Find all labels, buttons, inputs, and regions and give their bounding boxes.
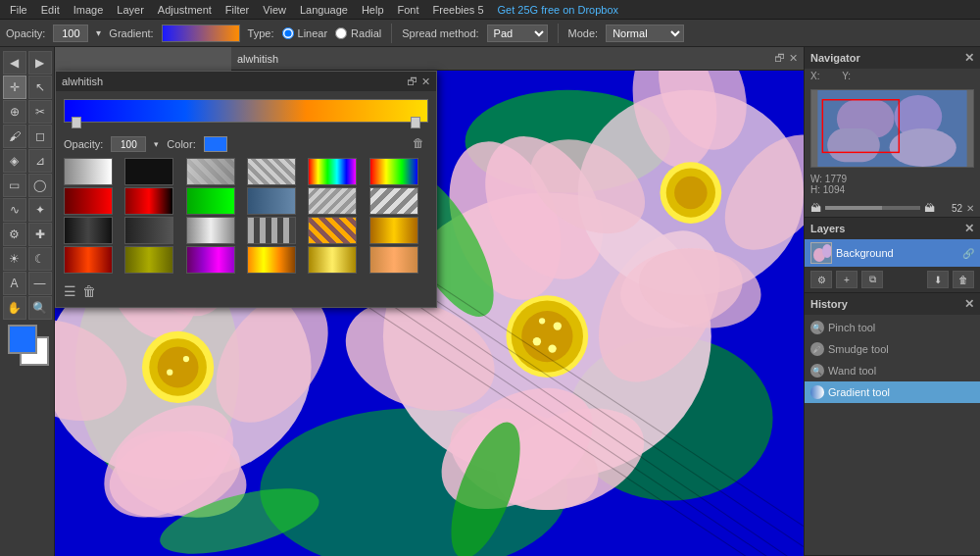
- layers-copy-btn[interactable]: ⧉: [861, 271, 883, 288]
- preset-13[interactable]: [64, 217, 113, 244]
- tool-smudge[interactable]: ✦: [28, 198, 52, 222]
- radial-radio[interactable]: [335, 27, 347, 39]
- preset-1[interactable]: [64, 158, 113, 185]
- tool-eraser[interactable]: ◻: [28, 125, 52, 148]
- preset-21[interactable]: [186, 246, 235, 274]
- zoom-minus-icon[interactable]: 🏔: [810, 202, 821, 214]
- tool-brush[interactable]: 🖌: [3, 125, 26, 148]
- dialog-menu-icon[interactable]: ☰: [64, 283, 76, 299]
- dialog-bottom-icons: ☰ 🗑: [64, 283, 96, 299]
- gradient-bar[interactable]: [64, 99, 428, 123]
- tool-zoom[interactable]: 🔍: [28, 296, 52, 320]
- zoom-plus-icon[interactable]: 🏔: [924, 202, 935, 214]
- tool-path[interactable]: —: [28, 272, 52, 295]
- layers-settings-btn[interactable]: ⚙: [810, 271, 832, 288]
- tool-select[interactable]: ↖: [28, 76, 52, 99]
- tool-text[interactable]: A: [3, 272, 26, 295]
- menu-language[interactable]: Language: [294, 2, 354, 18]
- tool-clone[interactable]: ⚙: [3, 223, 26, 246]
- menu-filter[interactable]: Filter: [220, 2, 255, 18]
- fg-color-box[interactable]: [8, 325, 37, 354]
- tool-burn[interactable]: ☾: [28, 247, 52, 271]
- tool-prev[interactable]: ◀: [3, 51, 26, 75]
- gradient-dialog-close[interactable]: ✕: [421, 76, 430, 88]
- canvas-close-icon[interactable]: ✕: [789, 52, 798, 65]
- preset-10[interactable]: [247, 187, 296, 215]
- tool-warp[interactable]: ∿: [3, 198, 26, 222]
- preset-15[interactable]: [186, 217, 235, 244]
- history-item-2[interactable]: 🔍 Wand tool: [805, 360, 980, 381]
- linear-radio[interactable]: [282, 27, 294, 39]
- tool-hand[interactable]: ✋: [3, 296, 26, 320]
- preset-11[interactable]: [308, 187, 357, 215]
- menu-font[interactable]: Font: [392, 2, 425, 18]
- menu-image[interactable]: Image: [68, 2, 110, 18]
- history-item-3[interactable]: Gradient tool: [805, 381, 980, 403]
- preset-24[interactable]: [369, 246, 418, 274]
- preset-4[interactable]: [247, 158, 296, 185]
- history-close[interactable]: ✕: [964, 297, 974, 311]
- trash-icon[interactable]: 🗑: [413, 136, 428, 152]
- tool-move[interactable]: ✛: [3, 76, 26, 99]
- menu-layer[interactable]: Layer: [111, 2, 150, 18]
- zoom-x-icon[interactable]: ✕: [966, 203, 974, 214]
- opacity-input[interactable]: [53, 25, 88, 42]
- preset-6[interactable]: [369, 158, 418, 185]
- tool-dodge[interactable]: ☀: [3, 247, 26, 271]
- history-item-1[interactable]: 🖌 Smudge tool: [805, 338, 980, 360]
- spread-select[interactable]: Pad Repeat Reflect: [487, 25, 548, 42]
- preset-5[interactable]: [308, 158, 357, 185]
- menu-freebies[interactable]: Freebies 5: [427, 2, 490, 18]
- menu-adjustment[interactable]: Adjustment: [152, 2, 218, 18]
- tool-transform[interactable]: ⊕: [3, 100, 26, 124]
- gradient-stop-right[interactable]: [411, 117, 420, 128]
- tool-next[interactable]: ▶: [28, 51, 52, 75]
- tool-ellipse[interactable]: ◯: [28, 174, 52, 197]
- layer-background[interactable]: Background 🔗: [805, 239, 980, 267]
- preset-9[interactable]: [186, 187, 235, 215]
- tool-eyedropper[interactable]: ⊿: [28, 149, 52, 173]
- mode-select[interactable]: Normal Multiply Screen Overlay: [606, 25, 684, 42]
- navigator-svg: [811, 90, 973, 167]
- preset-12[interactable]: [369, 187, 418, 215]
- layers-close[interactable]: ✕: [964, 222, 974, 235]
- opacity-value-input[interactable]: [111, 136, 146, 152]
- tool-heal[interactable]: ✚: [28, 223, 52, 246]
- preset-14[interactable]: [124, 217, 173, 244]
- layer-chain-icon[interactable]: 🔗: [962, 248, 974, 259]
- tool-rect[interactable]: ▭: [3, 174, 26, 197]
- preset-2[interactable]: [124, 158, 173, 185]
- preset-23[interactable]: [308, 246, 357, 274]
- menu-file[interactable]: File: [4, 2, 33, 18]
- tool-fill[interactable]: ◈: [3, 149, 26, 173]
- menu-help[interactable]: Help: [356, 2, 390, 18]
- dialog-trash-icon[interactable]: 🗑: [82, 283, 96, 299]
- opacity-dropdown[interactable]: ▾: [154, 139, 159, 149]
- preset-19[interactable]: [64, 246, 113, 274]
- layers-delete-btn[interactable]: 🗑: [953, 271, 974, 288]
- preset-22[interactable]: [247, 246, 296, 274]
- preset-7[interactable]: [64, 187, 113, 215]
- preset-18[interactable]: [369, 217, 418, 244]
- menu-dropbox[interactable]: Get 25G free on Dropbox: [492, 2, 625, 18]
- preset-17[interactable]: [308, 217, 357, 244]
- gradient-preview[interactable]: [162, 25, 240, 42]
- layers-add-btn[interactable]: +: [836, 271, 858, 288]
- canvas-minimize-icon[interactable]: 🗗: [774, 52, 785, 65]
- gradient-dialog-minimize[interactable]: 🗗: [407, 76, 417, 88]
- menu-edit[interactable]: Edit: [35, 2, 66, 18]
- navigator-close[interactable]: ✕: [964, 51, 974, 65]
- preset-20[interactable]: [124, 246, 173, 274]
- gradient-stop-left[interactable]: [72, 117, 81, 128]
- preset-8[interactable]: [124, 187, 173, 215]
- layers-merge-btn[interactable]: ⬇: [927, 271, 949, 288]
- menu-view[interactable]: View: [257, 2, 292, 18]
- preset-16[interactable]: [247, 217, 296, 244]
- history-list: 🔍 Pinch tool 🖌 Smudge tool 🔍 Wand tool G…: [805, 315, 980, 555]
- color-swatch-dialog[interactable]: [204, 136, 227, 152]
- history-item-0[interactable]: 🔍 Pinch tool: [805, 317, 980, 338]
- tool-crop[interactable]: ✂: [28, 100, 52, 124]
- zoom-slider[interactable]: [825, 206, 920, 210]
- opacity-dropdown-icon[interactable]: ▾: [96, 27, 101, 38]
- preset-3[interactable]: [186, 158, 235, 185]
